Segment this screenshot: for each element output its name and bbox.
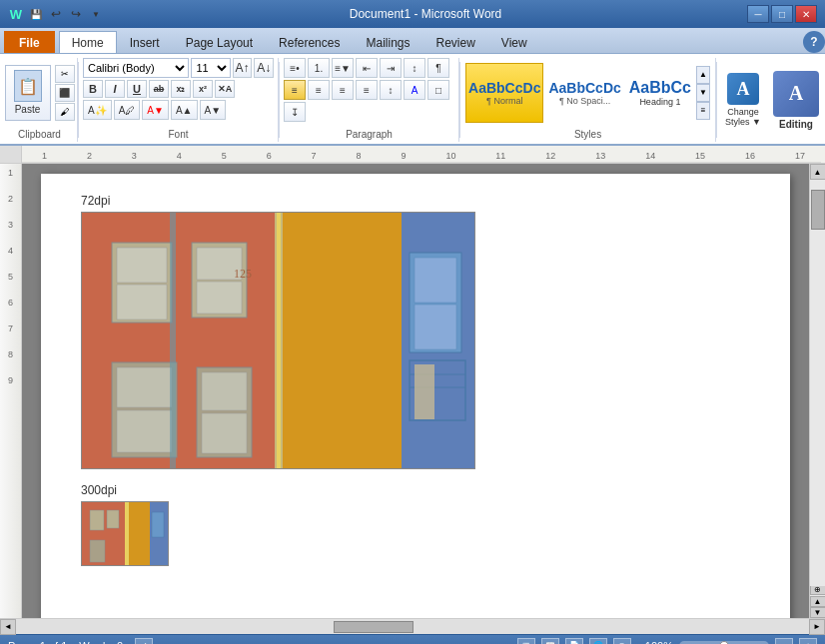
italic-button[interactable]: I bbox=[105, 80, 125, 98]
tab-mailings[interactable]: Mailings bbox=[353, 31, 422, 53]
underline-button[interactable]: U bbox=[127, 80, 147, 98]
paste-icon: 📋 bbox=[14, 70, 42, 102]
word-logo-icon[interactable]: W bbox=[8, 6, 24, 22]
align-right-button[interactable]: ≡ bbox=[332, 80, 354, 100]
change-styles-editing-area: A ChangeStyles ▼ A Editing bbox=[717, 58, 823, 142]
style-heading1-label: Heading 1 bbox=[639, 97, 680, 107]
tab-page-layout[interactable]: Page Layout bbox=[173, 31, 266, 53]
font-expand-button[interactable]: A▲ bbox=[171, 100, 198, 120]
view-draft-icon[interactable]: ≡ bbox=[613, 638, 631, 645]
svg-rect-27 bbox=[414, 364, 434, 419]
styles-scroll-up-button[interactable]: ▲ bbox=[696, 66, 710, 84]
scroll-up-button[interactable]: ▲ bbox=[810, 164, 826, 180]
align-center-button[interactable]: ≡ bbox=[308, 80, 330, 100]
font-size-select[interactable]: 11 bbox=[191, 58, 230, 78]
tab-view[interactable]: View bbox=[488, 31, 540, 53]
scroll-next-page-button[interactable]: ▼ bbox=[810, 607, 826, 618]
font-shrink-button[interactable]: A↓ bbox=[254, 58, 274, 78]
change-styles-icon: A bbox=[727, 73, 759, 105]
paragraph-group: ≡• 1. ≡▼ ⇤ ⇥ ↕ ¶ ≡ ≡ ≡ ≡ ↕ A □ ↧ Paragra… bbox=[280, 58, 459, 142]
image-300dpi[interactable] bbox=[81, 501, 169, 566]
borders-button[interactable]: □ bbox=[427, 80, 449, 100]
sort-button[interactable]: ↕ bbox=[404, 58, 425, 78]
shading-button[interactable]: A bbox=[404, 80, 425, 100]
text-effects-button[interactable]: A✨ bbox=[83, 100, 112, 120]
style-no-spacing-button[interactable]: AaBbCcDc ¶ No Spaci... bbox=[545, 63, 623, 123]
strikethrough-button[interactable]: ab bbox=[149, 80, 169, 98]
help-button[interactable]: ? bbox=[803, 31, 825, 53]
zoom-in-button[interactable]: + bbox=[799, 638, 817, 645]
scroll-thumb-h[interactable] bbox=[334, 621, 413, 633]
subscript-button[interactable]: x₂ bbox=[171, 80, 191, 98]
editing-icon: A bbox=[773, 71, 819, 117]
view-web-icon[interactable]: 🌐 bbox=[589, 638, 607, 645]
styles-expand-button[interactable]: ≡ bbox=[696, 102, 710, 120]
style-normal-button[interactable]: AaBbCcDc ¶ Normal bbox=[465, 63, 543, 123]
close-button[interactable]: ✕ bbox=[795, 5, 817, 23]
redo-icon[interactable]: ↪ bbox=[68, 6, 84, 22]
superscript-button[interactable]: x² bbox=[193, 80, 213, 98]
para-extra-button[interactable]: ↧ bbox=[284, 102, 306, 122]
scroll-track-h[interactable] bbox=[16, 619, 809, 634]
font-group: Calibri (Body) 11 A↑ A↓ B I U ab x₂ x² ✕… bbox=[79, 58, 279, 142]
justify-button[interactable]: ≡ bbox=[356, 80, 378, 100]
line-spacing-button[interactable]: ↕ bbox=[380, 80, 402, 100]
decrease-indent-button[interactable]: ⇤ bbox=[356, 58, 378, 78]
undo-icon[interactable]: ↩ bbox=[48, 6, 64, 22]
bullets-button[interactable]: ≡• bbox=[284, 58, 306, 78]
document-scroll-area[interactable]: 72dpi bbox=[22, 164, 809, 618]
highlight-color-button[interactable]: A🖊 bbox=[114, 100, 141, 120]
font-name-select[interactable]: Calibri (Body) bbox=[83, 58, 189, 78]
tab-references[interactable]: References bbox=[266, 31, 353, 53]
svg-rect-36 bbox=[152, 512, 164, 537]
tab-file[interactable]: File bbox=[4, 31, 55, 53]
scroll-prev-page-button[interactable]: ▲ bbox=[810, 596, 826, 607]
show-hide-button[interactable]: ¶ bbox=[427, 58, 449, 78]
maximize-button[interactable]: □ bbox=[771, 5, 793, 23]
zoom-slider-thumb[interactable] bbox=[719, 641, 729, 645]
title-bar-left: W 💾 ↩ ↪ ▼ bbox=[8, 6, 104, 22]
view-reading-icon[interactable]: 📖 bbox=[541, 638, 559, 645]
svg-rect-28 bbox=[170, 213, 176, 469]
change-styles-button[interactable]: A ChangeStyles ▼ bbox=[721, 69, 765, 131]
vertical-scrollbar: ▲ ⊕ ▲ ▼ bbox=[809, 164, 825, 618]
paste-button[interactable]: 📋 Paste bbox=[5, 65, 51, 121]
tab-home[interactable]: Home bbox=[59, 31, 117, 53]
bold-button[interactable]: B bbox=[83, 80, 103, 98]
format-painter-button[interactable]: 🖌 bbox=[55, 103, 75, 121]
increase-indent-button[interactable]: ⇥ bbox=[380, 58, 402, 78]
svg-rect-15 bbox=[117, 367, 172, 407]
numbering-button[interactable]: 1. bbox=[308, 58, 330, 78]
proofing-icon[interactable]: ✓ bbox=[135, 638, 153, 645]
cut-button[interactable]: ✂ bbox=[55, 65, 75, 83]
zoom-slider[interactable] bbox=[679, 641, 769, 645]
view-page-icon[interactable]: 📄 bbox=[565, 638, 583, 645]
ruler-corner[interactable] bbox=[0, 146, 22, 164]
clear-format-button[interactable]: ✕A bbox=[215, 80, 235, 98]
font-shrink2-button[interactable]: A▼ bbox=[200, 100, 227, 120]
scroll-track-v[interactable] bbox=[810, 180, 825, 586]
tab-insert[interactable]: Insert bbox=[117, 31, 173, 53]
align-left-button[interactable]: ≡ bbox=[284, 80, 306, 100]
copy-button[interactable]: ⬛ bbox=[55, 84, 75, 102]
building-svg-300 bbox=[82, 502, 169, 566]
horizontal-scrollbar: ◄ ► bbox=[0, 618, 825, 634]
scroll-right-button[interactable]: ► bbox=[809, 619, 825, 635]
zoom-out-button[interactable]: − bbox=[775, 638, 793, 645]
document[interactable]: 72dpi bbox=[41, 174, 790, 618]
view-normal-icon[interactable]: ▦ bbox=[517, 638, 535, 645]
svg-rect-34 bbox=[107, 510, 119, 528]
minimize-button[interactable]: ─ bbox=[747, 5, 769, 23]
save-icon[interactable]: 💾 bbox=[28, 6, 44, 22]
image-72dpi[interactable]: 125 bbox=[81, 212, 475, 469]
scroll-thumb-v[interactable] bbox=[811, 190, 825, 230]
style-heading1-button[interactable]: AaBbCc Heading 1 bbox=[626, 63, 694, 123]
tab-review[interactable]: Review bbox=[422, 31, 487, 53]
styles-scroll-down-button[interactable]: ▼ bbox=[696, 84, 710, 102]
dropdown-icon[interactable]: ▼ bbox=[88, 6, 104, 22]
font-color-button[interactable]: A▼ bbox=[142, 100, 169, 120]
svg-rect-10 bbox=[117, 285, 167, 320]
scroll-left-button[interactable]: ◄ bbox=[0, 619, 16, 635]
font-grow-button[interactable]: A↑ bbox=[233, 58, 253, 78]
multilevel-list-button[interactable]: ≡▼ bbox=[332, 58, 354, 78]
